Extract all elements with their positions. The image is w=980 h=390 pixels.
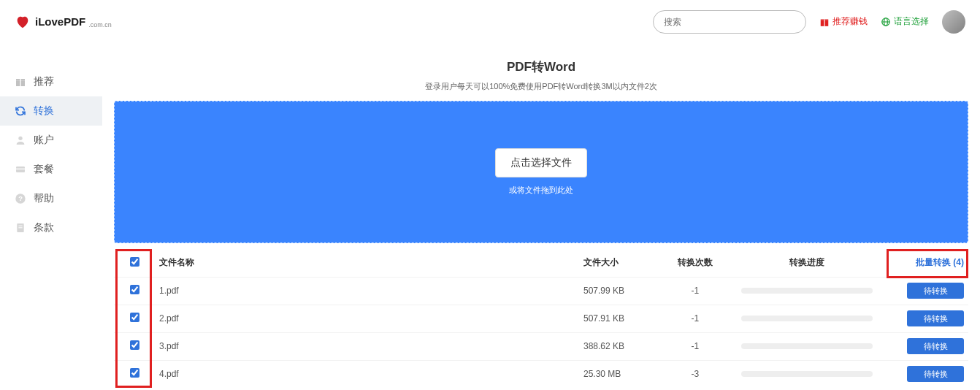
user-icon bbox=[15, 134, 26, 146]
logo[interactable]: iLovePDF .com.cn bbox=[15, 14, 112, 30]
cell-filesize: 507.91 KB bbox=[583, 305, 660, 332]
recommend-earn-link[interactable]: 推荐赚钱 bbox=[819, 15, 868, 28]
cell-times: -1 bbox=[660, 332, 730, 360]
avatar[interactable] bbox=[942, 10, 965, 34]
convert-button[interactable]: 待转换 bbox=[907, 310, 964, 326]
row-checkbox[interactable] bbox=[130, 313, 139, 322]
sidebar-item-recommend[interactable]: 推荐 bbox=[0, 67, 102, 96]
cell-times: -1 bbox=[660, 305, 730, 332]
cell-filesize: 507.99 KB bbox=[583, 277, 660, 305]
gift-icon bbox=[15, 76, 26, 88]
progress-bar bbox=[741, 371, 873, 377]
table-row: 2.pdf 507.91 KB -1 待转换 bbox=[114, 305, 968, 332]
progress-bar bbox=[741, 316, 873, 321]
header-filesize: 文件大小 bbox=[583, 249, 660, 277]
cell-filesize: 388.62 KB bbox=[583, 332, 660, 360]
cell-times: -1 bbox=[660, 277, 730, 305]
header: iLovePDF .com.cn 推荐赚钱 语言选择 bbox=[0, 0, 980, 44]
row-checkbox[interactable] bbox=[130, 285, 139, 294]
page-title: PDF转Word bbox=[114, 58, 968, 75]
header-progress: 转换进度 bbox=[730, 249, 884, 277]
sidebar-item-help[interactable]: ? 帮助 bbox=[0, 184, 102, 213]
sidebar-item-terms[interactable]: 条款 bbox=[0, 213, 102, 242]
page-subtitle: 登录用户每天可以100%免费使用PDF转Word转换3M以内文件2次 bbox=[114, 81, 968, 92]
language-select[interactable]: 语言选择 bbox=[881, 15, 929, 28]
sidebar-item-plan[interactable]: 套餐 bbox=[0, 155, 102, 184]
convert-button[interactable]: 待转换 bbox=[907, 283, 964, 299]
convert-button[interactable]: 待转换 bbox=[907, 366, 964, 382]
cell-filename: 3.pdf bbox=[156, 332, 583, 360]
drop-hint: 或将文件拖到此处 bbox=[509, 185, 573, 196]
select-all-checkbox[interactable] bbox=[130, 257, 139, 267]
refresh-icon bbox=[15, 105, 26, 117]
sidebar: 推荐 转换 账户 套餐 ? 帮助 条款 bbox=[0, 44, 102, 390]
progress-bar bbox=[741, 343, 873, 349]
heart-icon bbox=[15, 14, 31, 30]
brand-main: iLovePDF bbox=[35, 15, 85, 28]
cell-filename: 4.pdf bbox=[156, 360, 583, 388]
convert-button[interactable]: 待转换 bbox=[907, 338, 964, 354]
table-row: 4.pdf 25.30 MB -3 待转换 bbox=[114, 360, 968, 388]
sidebar-item-convert[interactable]: 转换 bbox=[0, 96, 102, 126]
cell-filesize: 25.30 MB bbox=[583, 360, 660, 388]
main-content: PDF转Word 登录用户每天可以100%免费使用PDF转Word转换3M以内文… bbox=[102, 44, 980, 390]
file-table: 文件名称 文件大小 转换次数 转换进度 批量转换 (4) 1.pdf 507.9… bbox=[114, 249, 968, 388]
svg-text:?: ? bbox=[18, 195, 23, 202]
brand-sub: .com.cn bbox=[88, 21, 112, 28]
help-icon: ? bbox=[15, 193, 26, 204]
cell-times: -3 bbox=[660, 360, 730, 388]
cell-filename: 2.pdf bbox=[156, 305, 583, 332]
svg-rect-16 bbox=[18, 227, 22, 228]
file-list-region: 文件名称 文件大小 转换次数 转换进度 批量转换 (4) 1.pdf 507.9… bbox=[114, 249, 968, 388]
svg-point-9 bbox=[18, 137, 22, 140]
cell-filename: 1.pdf bbox=[156, 277, 583, 305]
choose-file-button[interactable]: 点击选择文件 bbox=[495, 148, 587, 177]
sidebar-item-account[interactable]: 账户 bbox=[0, 126, 102, 155]
svg-rect-11 bbox=[16, 169, 25, 169]
table-row: 3.pdf 388.62 KB -1 待转换 bbox=[114, 332, 968, 360]
row-checkbox[interactable] bbox=[130, 340, 139, 350]
svg-rect-2 bbox=[824, 19, 824, 26]
search-input[interactable] bbox=[653, 10, 806, 34]
table-row: 1.pdf 507.99 KB -1 待转换 bbox=[114, 277, 968, 305]
header-filename: 文件名称 bbox=[156, 249, 583, 277]
svg-rect-8 bbox=[20, 79, 20, 86]
dropzone[interactable]: 点击选择文件 或将文件拖到此处 bbox=[114, 101, 968, 243]
row-checkbox[interactable] bbox=[130, 368, 139, 378]
progress-bar bbox=[741, 288, 873, 294]
svg-rect-15 bbox=[18, 226, 22, 226]
header-times: 转换次数 bbox=[660, 249, 730, 277]
card-icon bbox=[15, 164, 26, 175]
batch-convert-button[interactable]: 批量转换 (4) bbox=[916, 257, 964, 267]
globe-icon bbox=[881, 17, 891, 27]
gift-icon bbox=[819, 17, 830, 27]
document-icon bbox=[15, 222, 26, 234]
